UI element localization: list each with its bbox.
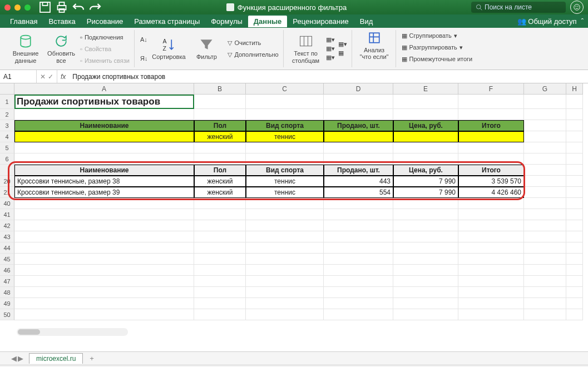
- clear-filter-button[interactable]: ▽ Очистить: [228, 37, 278, 48]
- cell[interactable]: [524, 276, 566, 287]
- cell[interactable]: [458, 142, 524, 153]
- sheet-tab[interactable]: microexcel.ru: [29, 353, 83, 364]
- cell[interactable]: [524, 287, 566, 298]
- cell[interactable]: Продажи спортивных товаров: [14, 95, 194, 109]
- cell[interactable]: Кроссовки теннисные, размер 38: [14, 176, 194, 187]
- cells-area[interactable]: Продажи спортивных товаров НаименованиеП…: [14, 95, 583, 320]
- add-sheet-button[interactable]: +: [84, 353, 100, 364]
- cell[interactable]: [393, 131, 458, 142]
- cell[interactable]: [194, 298, 246, 309]
- row-header[interactable]: 3: [0, 120, 14, 131]
- cell[interactable]: [14, 298, 194, 309]
- cell[interactable]: [246, 309, 324, 320]
- cell[interactable]: 7 990: [393, 176, 458, 187]
- cell[interactable]: [14, 209, 194, 220]
- tab-layout[interactable]: Разметка страницы: [129, 16, 205, 27]
- cell[interactable]: [194, 220, 246, 231]
- cell[interactable]: теннис: [246, 131, 324, 142]
- cell[interactable]: [393, 198, 458, 209]
- row-header[interactable]: 4: [0, 131, 14, 142]
- cell[interactable]: [194, 242, 246, 254]
- cell[interactable]: [524, 131, 566, 142]
- cell[interactable]: Пол: [194, 120, 246, 131]
- cell[interactable]: [324, 265, 393, 276]
- cell[interactable]: [458, 209, 524, 220]
- flash-fill-icon[interactable]: ▦▾: [326, 36, 335, 43]
- cell[interactable]: [458, 131, 524, 142]
- cell[interactable]: Наименование: [14, 165, 194, 176]
- cell[interactable]: [393, 254, 458, 265]
- print-icon[interactable]: [55, 2, 68, 13]
- cell[interactable]: [14, 242, 194, 254]
- cell[interactable]: [246, 265, 324, 276]
- cell[interactable]: Пол: [194, 165, 246, 176]
- cell[interactable]: [14, 265, 194, 276]
- cell[interactable]: [14, 254, 194, 265]
- row-header[interactable]: 43: [0, 231, 14, 242]
- tab-formulas[interactable]: Формулы: [205, 16, 248, 27]
- cell[interactable]: [566, 153, 583, 165]
- search-input[interactable]: Поиск на листе: [471, 2, 566, 13]
- col-header[interactable]: D: [324, 83, 393, 95]
- select-all-corner[interactable]: [0, 83, 14, 95]
- data-valid-icon[interactable]: ▦▾: [326, 54, 335, 61]
- cell[interactable]: [566, 95, 583, 109]
- formula-input[interactable]: Продажи спортивных товаров: [69, 73, 588, 81]
- cell[interactable]: [194, 95, 246, 109]
- cell[interactable]: [14, 153, 194, 165]
- cell[interactable]: [246, 142, 324, 153]
- cell[interactable]: [393, 209, 458, 220]
- cell[interactable]: [194, 254, 246, 265]
- cell[interactable]: [324, 142, 393, 153]
- text-to-columns-button[interactable]: Текст по столбцам: [289, 30, 323, 67]
- sheet-nav-next-icon[interactable]: ▶: [18, 354, 23, 363]
- tab-home[interactable]: Главная: [4, 16, 43, 27]
- cell[interactable]: [14, 276, 194, 287]
- remove-dup-icon[interactable]: ▦▾: [326, 45, 335, 52]
- cell[interactable]: [14, 220, 194, 231]
- cell[interactable]: [194, 287, 246, 298]
- cell[interactable]: [566, 265, 583, 276]
- cell[interactable]: [524, 254, 566, 265]
- sort-asc-icon[interactable]: A↓: [140, 36, 147, 43]
- tab-data[interactable]: Данные: [248, 16, 288, 27]
- cell[interactable]: Итого: [458, 120, 524, 131]
- cell[interactable]: [14, 142, 194, 153]
- cell[interactable]: [566, 109, 583, 120]
- tab-view[interactable]: Вид: [354, 16, 379, 27]
- fx-label[interactable]: fx: [57, 73, 69, 81]
- whatif-button[interactable]: Анализ "что если": [358, 30, 391, 60]
- cell[interactable]: [458, 109, 524, 120]
- cell[interactable]: 443: [324, 176, 393, 187]
- cell[interactable]: [324, 220, 393, 231]
- cell[interactable]: [393, 242, 458, 254]
- cell[interactable]: [14, 198, 194, 209]
- cell[interactable]: [393, 287, 458, 298]
- sheet-nav-prev-icon[interactable]: ◀: [11, 354, 17, 363]
- cell[interactable]: [566, 142, 583, 153]
- cell[interactable]: [458, 254, 524, 265]
- cell[interactable]: [566, 120, 583, 131]
- cell[interactable]: [524, 209, 566, 220]
- cell[interactable]: [14, 231, 194, 242]
- cell[interactable]: [524, 298, 566, 309]
- sort-button[interactable]: AZ Сортировка: [152, 30, 185, 67]
- cell[interactable]: [524, 242, 566, 254]
- cell[interactable]: [194, 309, 246, 320]
- cell[interactable]: [194, 198, 246, 209]
- cell[interactable]: Итого: [458, 165, 524, 176]
- cell[interactable]: [524, 220, 566, 231]
- row-header[interactable]: 44: [0, 242, 14, 254]
- cell[interactable]: [566, 242, 583, 254]
- cell[interactable]: [246, 242, 324, 254]
- cell[interactable]: [194, 142, 246, 153]
- col-header[interactable]: A: [14, 83, 194, 95]
- cell[interactable]: [14, 109, 194, 120]
- share-button[interactable]: 👥 Общий доступ: [517, 17, 577, 26]
- cell[interactable]: [246, 298, 324, 309]
- cell[interactable]: [524, 309, 566, 320]
- cell[interactable]: [458, 287, 524, 298]
- sort-desc-icon[interactable]: Я↓: [140, 55, 147, 62]
- cell[interactable]: [246, 153, 324, 165]
- tab-review[interactable]: Рецензирование: [287, 16, 354, 27]
